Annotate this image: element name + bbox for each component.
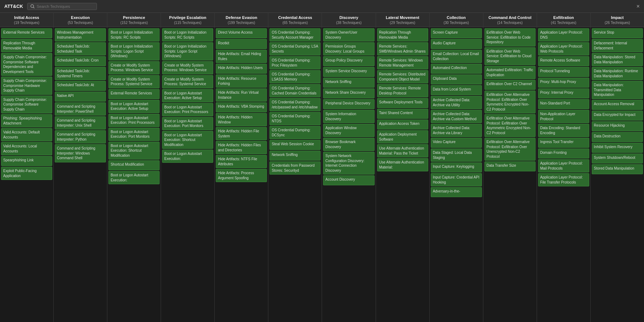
- technique-item[interactable]: Boot or Logon Autostart Execution:: [108, 171, 160, 184]
- technique-item[interactable]: Hide Artifacts: Hidden File System: [216, 127, 267, 140]
- technique-item[interactable]: Windows Management Instrumentation: [55, 28, 106, 42]
- technique-item[interactable]: Video Capture: [431, 138, 482, 148]
- technique-item[interactable]: Boot or Logon Initialization Scripts: Lo…: [108, 42, 160, 60]
- technique-item[interactable]: OS Credential Dumping: DCSync: [269, 126, 321, 139]
- technique-item[interactable]: Data Manipulation: Stored Data Manipulat…: [592, 53, 643, 66]
- technique-item[interactable]: Exfiltration Over Web Service: Exfiltrat…: [484, 28, 536, 47]
- technique-item[interactable]: Remote Services: Remote Desktop Protocol: [377, 84, 428, 97]
- technique-item[interactable]: Scheduled Task/Job: At: [55, 81, 106, 91]
- technique-item[interactable]: Exfiltration Over C2 Channel: [484, 80, 536, 90]
- technique-item[interactable]: Input Capture: Keylogging: [431, 162, 482, 172]
- technique-item[interactable]: OS Credential Dumping: /etc/passwd and /…: [269, 98, 321, 111]
- technique-item[interactable]: Supply Chain Compromise: Compromise Soft…: [1, 96, 52, 114]
- technique-item[interactable]: OS Credential Dumping: Security Account …: [269, 28, 321, 42]
- technique-item[interactable]: Audio Capture: [431, 39, 482, 49]
- technique-item[interactable]: Application Access Token: [377, 119, 428, 130]
- technique-item[interactable]: Clipboard Data: [431, 74, 482, 84]
- technique-item[interactable]: Spearphishing Link: [1, 156, 52, 166]
- technique-item[interactable]: Scheduled Task/Job: Cron: [55, 56, 106, 66]
- technique-item[interactable]: Non-Application Layer Protocol: [538, 110, 589, 123]
- technique-item[interactable]: System Information Discovery: [323, 110, 374, 123]
- technique-item[interactable]: Exfiltration Over Web Service: Exfiltrat…: [484, 47, 536, 65]
- technique-item[interactable]: Valid Accounts: Default Accounts: [1, 128, 52, 141]
- technique-item[interactable]: Account Access Removal: [592, 100, 643, 110]
- technique-item[interactable]: Credentials from Password Stores: Securi…: [269, 161, 321, 175]
- technique-item[interactable]: Hide Artifacts: Resource Forking: [216, 74, 267, 88]
- technique-item[interactable]: Hide Artifacts: Hidden Files and Directo…: [216, 141, 267, 154]
- technique-item[interactable]: Application Layer Protocol: DNS: [538, 28, 589, 42]
- technique-item[interactable]: External Remote Services: [1, 28, 52, 38]
- technique-item[interactable]: Scheduled Task/Job: Systemd Timers: [55, 67, 106, 80]
- technique-item[interactable]: Remote Services: Windows Remote Manageme…: [377, 56, 428, 69]
- technique-item[interactable]: OS Credential Dumping: LSA Secrets: [269, 42, 321, 55]
- technique-item[interactable]: Use Alternate Authentication Material:: [377, 158, 428, 171]
- technique-item[interactable]: Inhibit System Recovery: [592, 143, 643, 153]
- technique-item[interactable]: Permission Groups Discovery: Local Group…: [323, 42, 374, 55]
- technique-item[interactable]: Proxy: Multi-hop Proxy: [538, 78, 589, 88]
- technique-item[interactable]: Boot or Logon Initialization Scripts: Lo…: [162, 42, 213, 60]
- technique-item[interactable]: Hide Artifacts: Email Hiding Rules: [216, 50, 267, 63]
- technique-item[interactable]: Direct Volume Access: [216, 28, 267, 38]
- technique-item[interactable]: Boot or Logon Autostart Execution: Activ…: [108, 100, 160, 113]
- technique-item[interactable]: Replication Through Removable Media: [1, 39, 52, 52]
- technique-item[interactable]: Hide Artifacts: NTFS File Attributes: [216, 155, 267, 168]
- technique-item[interactable]: Create or Modify System Process: Windows…: [108, 61, 160, 74]
- technique-item[interactable]: Shortcut Modification: [108, 160, 160, 170]
- technique-item[interactable]: Boot or Logon Autostart Execution:: [162, 150, 213, 163]
- technique-item[interactable]: Network Share Discovery: [323, 88, 374, 98]
- technique-item[interactable]: Exfiltration Over Alternative Protocol: …: [484, 91, 536, 113]
- technique-item[interactable]: Data from Local System: [431, 85, 482, 95]
- technique-item[interactable]: Email Collection: Local Email Collection: [431, 50, 482, 63]
- technique-item[interactable]: Screen Capture: [431, 28, 482, 38]
- technique-item[interactable]: Replication Through Removable Media: [377, 28, 428, 42]
- technique-item[interactable]: Archive Collected Data: Archive via Cust…: [431, 110, 482, 123]
- technique-item[interactable]: Boot or Logon Autostart Execution: Short…: [108, 142, 160, 160]
- technique-item[interactable]: Data Transfer Size: [484, 161, 536, 171]
- technique-item[interactable]: Boot or Logon Autostart Execution: Port …: [108, 128, 160, 141]
- technique-item[interactable]: Taint Shared Content: [377, 109, 428, 119]
- technique-item[interactable]: Hide Artifacts: Hidden Users: [216, 64, 267, 74]
- technique-item[interactable]: System Network Configuration Discovery: …: [323, 152, 374, 175]
- technique-item[interactable]: System Owner/User Discovery: [323, 28, 374, 42]
- technique-item[interactable]: Data Staged: Local Data Staging: [431, 148, 482, 162]
- technique-item[interactable]: Automated Exfiltration: Traffic Duplicat…: [484, 66, 536, 79]
- technique-item[interactable]: Steal Web Session Cookie: [269, 140, 321, 150]
- technique-item[interactable]: Adversary-in-the-: [431, 187, 482, 197]
- technique-item[interactable]: Valid Accounts: Local Accounts: [1, 142, 52, 155]
- technique-item[interactable]: Boot or Logon Initialization Scripts: RC…: [162, 28, 213, 42]
- search-input[interactable]: [36, 4, 94, 9]
- technique-item[interactable]: Command and Scripting Interpreter: Unix …: [55, 116, 106, 130]
- technique-item[interactable]: Network Sniffing: [269, 151, 321, 161]
- technique-item[interactable]: Archive Collected Data: Archive via Libr…: [431, 124, 482, 137]
- technique-item[interactable]: Data Encrypted for Impact: [592, 111, 643, 121]
- technique-item[interactable]: Resource Hijacking: [592, 121, 643, 131]
- technique-item[interactable]: OS Credential Dumping: Proc Filesystem: [269, 56, 321, 69]
- technique-item[interactable]: Create or Modify System Process: Systemd…: [162, 75, 213, 88]
- technique-item[interactable]: Data Encoding: Standard Encoding: [538, 124, 589, 137]
- technique-item[interactable]: Boot or Logon Autostart Execution: Activ…: [162, 89, 213, 102]
- technique-item[interactable]: Exfiltration Over Alternative Protocol: …: [484, 138, 536, 161]
- technique-item[interactable]: Application Layer Protocol: File Transfe…: [538, 173, 589, 186]
- technique-item[interactable]: Data Destruction: [592, 132, 643, 142]
- technique-item[interactable]: Service Stop: [592, 28, 643, 38]
- technique-item[interactable]: Account Discovery: [323, 175, 374, 185]
- technique-item[interactable]: Phishing: Spearphishing Attachment: [1, 114, 52, 127]
- technique-item[interactable]: External Remote Services: [108, 89, 160, 99]
- technique-item[interactable]: Browser Bookmark Discovery: [323, 138, 374, 151]
- technique-item[interactable]: Command and Scripting Interpreter: Pytho…: [55, 130, 106, 143]
- technique-item[interactable]: Use Alternate Authentication Material: P…: [377, 144, 428, 157]
- technique-item[interactable]: Remote Services: Distributed Component O…: [377, 70, 428, 83]
- technique-item[interactable]: Command and Scripting Interpreter: Power…: [55, 102, 106, 116]
- technique-item[interactable]: Boot or Logon Autostart Execution: Port …: [162, 117, 213, 130]
- technique-item[interactable]: System Shutdown/Reboot: [592, 153, 643, 164]
- technique-item[interactable]: Network Sniffing: [323, 78, 374, 88]
- technique-item[interactable]: Data Manipulation: Transmitted Data Mani…: [592, 81, 643, 99]
- technique-item[interactable]: Application Layer Protocol: Mail Protoco…: [538, 159, 589, 172]
- technique-item[interactable]: Stored Data Manipulation: [592, 164, 643, 174]
- technique-item[interactable]: Group Policy Discovery: [323, 56, 374, 66]
- technique-item[interactable]: Exfiltration Over Alternative Protocol: …: [484, 114, 536, 137]
- technique-item[interactable]: System Service Discovery: [323, 67, 374, 77]
- technique-item[interactable]: Data Manipulation: Runtime Data Manipula…: [592, 67, 643, 80]
- technique-item[interactable]: Automated Collection: [431, 64, 482, 74]
- technique-item[interactable]: Application Window Discovery: [323, 124, 374, 137]
